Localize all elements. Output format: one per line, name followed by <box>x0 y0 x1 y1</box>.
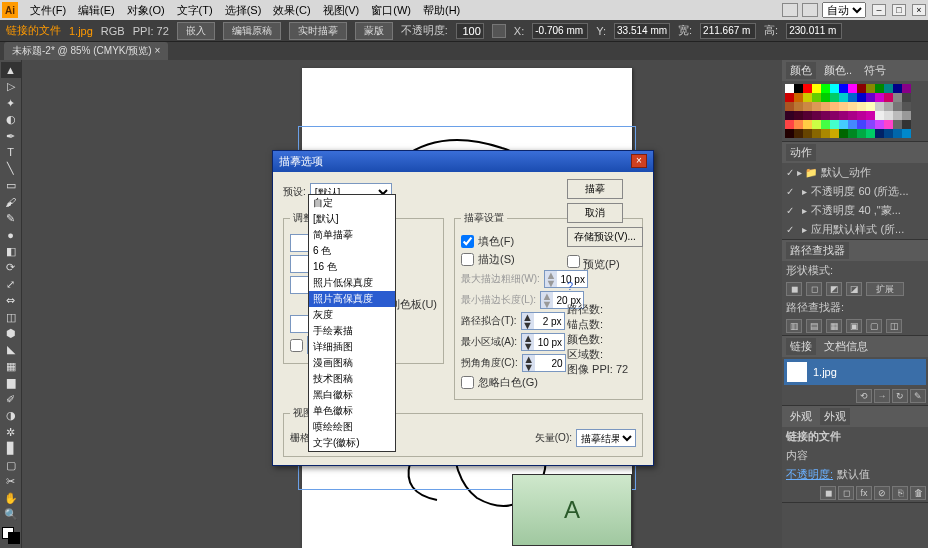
exclude-icon[interactable]: ◪ <box>846 282 862 296</box>
swatch[interactable] <box>785 129 794 138</box>
goto-link-icon[interactable]: → <box>874 389 890 403</box>
mask-button[interactable]: 蒙版 <box>355 22 393 40</box>
swatch[interactable] <box>821 129 830 138</box>
swatch[interactable] <box>839 84 848 93</box>
preset-option[interactable]: [默认] <box>309 211 395 227</box>
merge-icon[interactable]: ▦ <box>826 319 842 333</box>
appearance-contents[interactable]: 内容 <box>786 448 808 463</box>
trash-icon[interactable]: 🗑 <box>910 486 926 500</box>
tab-appearance2[interactable]: 外观 <box>820 408 850 425</box>
type-tool[interactable]: T <box>1 144 21 160</box>
preset-option[interactable]: 技术图稿 <box>309 371 395 387</box>
tab-actions[interactable]: 动作 <box>786 144 816 161</box>
swatch[interactable] <box>902 120 911 129</box>
swatch[interactable] <box>848 102 857 111</box>
paintbrush-tool[interactable]: 🖌 <box>1 194 21 210</box>
swatch[interactable] <box>857 129 866 138</box>
edit-original-button[interactable]: 编辑原稿 <box>223 22 281 40</box>
fill-stroke-control[interactable] <box>2 527 20 544</box>
update-link-icon[interactable]: ↻ <box>892 389 908 403</box>
swatch[interactable] <box>866 93 875 102</box>
restore-button[interactable]: □ <box>892 4 906 16</box>
swatch[interactable] <box>803 93 812 102</box>
swatch[interactable] <box>884 93 893 102</box>
swatch[interactable] <box>803 102 812 111</box>
mesh-tool[interactable]: ▦ <box>1 358 21 374</box>
swatch[interactable] <box>821 111 830 120</box>
dialog-titlebar[interactable]: 描摹选项 × <box>273 151 653 172</box>
swatch[interactable] <box>875 120 884 129</box>
swatch[interactable] <box>812 120 821 129</box>
eyedropper-tool[interactable]: ✐ <box>1 391 21 407</box>
edit-original-icon[interactable]: ✎ <box>910 389 926 403</box>
magic-wand-tool[interactable]: ✦ <box>1 95 21 111</box>
swatch[interactable] <box>893 129 902 138</box>
preset-option[interactable]: 文字(徽标) <box>309 435 395 451</box>
tab-symbols[interactable]: 符号 <box>860 62 890 79</box>
save-preset-button[interactable]: 存储预设(V)... <box>567 227 643 247</box>
swatch[interactable] <box>893 84 902 93</box>
eraser-tool[interactable]: ◧ <box>1 243 21 259</box>
preset-option[interactable]: 照片高保真度 <box>309 291 395 307</box>
min-area-stepper[interactable]: ▲▼ <box>521 333 565 351</box>
preset-option[interactable]: 6 色 <box>309 243 395 259</box>
menu-edit[interactable]: 编辑(E) <box>72 1 121 20</box>
swatch[interactable] <box>794 129 803 138</box>
tab-color[interactable]: 颜色 <box>786 62 816 79</box>
vector-view-select[interactable]: 描摹结果 <box>576 429 636 447</box>
swatch[interactable] <box>803 120 812 129</box>
swatch[interactable] <box>857 84 866 93</box>
swatch[interactable] <box>812 102 821 111</box>
y-input[interactable] <box>614 23 670 39</box>
scale-tool[interactable]: ⤢ <box>1 276 21 292</box>
new-fill-icon[interactable]: ◼ <box>820 486 836 500</box>
swatch[interactable] <box>848 129 857 138</box>
rectangle-tool[interactable]: ▭ <box>1 177 21 193</box>
opacity-input[interactable] <box>456 23 484 39</box>
pen-tool[interactable]: ✒ <box>1 128 21 144</box>
relink-icon[interactable]: ⟲ <box>856 389 872 403</box>
preset-option[interactable]: 灰度 <box>309 307 395 323</box>
menu-type[interactable]: 文字(T) <box>171 1 219 20</box>
tab-appearance[interactable]: 外观 <box>786 408 816 425</box>
swatch[interactable] <box>803 111 812 120</box>
swatch[interactable] <box>875 129 884 138</box>
swatch[interactable] <box>830 111 839 120</box>
swatch[interactable] <box>794 102 803 111</box>
swatch[interactable] <box>821 120 830 129</box>
minus-back-icon[interactable]: ◫ <box>886 319 902 333</box>
swatch[interactable] <box>875 102 884 111</box>
swatch[interactable] <box>857 102 866 111</box>
swatch[interactable] <box>857 93 866 102</box>
embed-button[interactable]: 嵌入 <box>177 22 215 40</box>
swatch[interactable] <box>785 102 794 111</box>
fill-checkbox[interactable] <box>461 235 474 248</box>
direct-selection-tool[interactable]: ▷ <box>1 78 21 94</box>
column-graph-tool[interactable]: ▊ <box>1 440 21 456</box>
swatch[interactable] <box>893 102 902 111</box>
dialog-close-icon[interactable]: × <box>631 154 647 168</box>
swatch[interactable] <box>902 93 911 102</box>
menu-view[interactable]: 视图(V) <box>317 1 366 20</box>
preset-option[interactable]: 16 色 <box>309 259 395 275</box>
tab-docinfo[interactable]: 文档信息 <box>820 338 872 355</box>
swatch[interactable] <box>794 93 803 102</box>
expand-button[interactable]: 扩展 <box>866 282 904 296</box>
arrange-icon[interactable] <box>802 3 818 17</box>
swatch[interactable] <box>884 120 893 129</box>
swatch[interactable] <box>821 102 830 111</box>
swatch[interactable] <box>794 111 803 120</box>
swatch[interactable] <box>866 120 875 129</box>
w-input[interactable] <box>700 23 756 39</box>
swatch[interactable] <box>884 102 893 111</box>
swatch[interactable] <box>866 129 875 138</box>
swatch[interactable] <box>785 120 794 129</box>
swatch[interactable] <box>875 84 884 93</box>
menu-file[interactable]: 文件(F) <box>24 1 72 20</box>
new-stroke-icon[interactable]: ◻ <box>838 486 854 500</box>
swatch[interactable] <box>839 93 848 102</box>
action-item[interactable]: ✓ ▸ 不透明度 40 ,"蒙... <box>782 201 928 220</box>
swatch[interactable] <box>794 84 803 93</box>
link-item[interactable]: 1.jpg <box>784 359 926 385</box>
swatch[interactable] <box>839 102 848 111</box>
